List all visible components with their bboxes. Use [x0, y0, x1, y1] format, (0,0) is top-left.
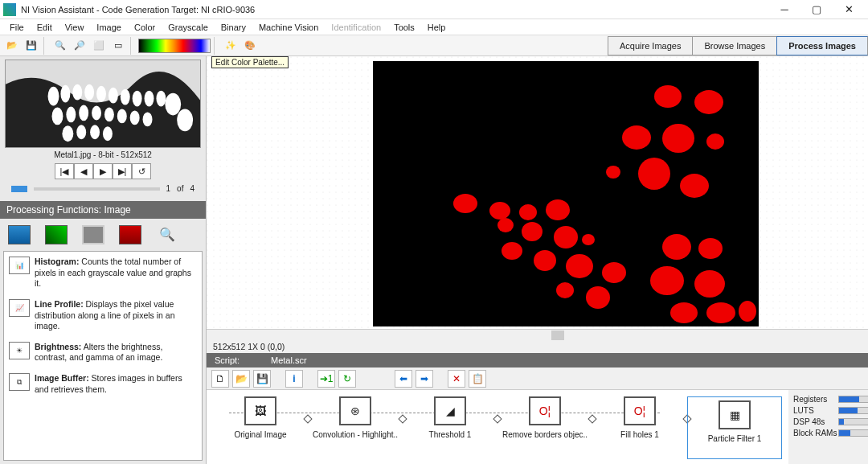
script-step-back-icon[interactable]: ⬅	[395, 370, 412, 388]
line-profile-icon: 📈	[9, 299, 30, 317]
script-edit-icon[interactable]: 📋	[469, 370, 486, 388]
menu-binary[interactable]: Binary	[215, 21, 252, 34]
step-remove-borders[interactable]: O¦ Remove borders objec..	[497, 396, 592, 439]
page-slider-thumb[interactable]	[11, 186, 27, 192]
svg-point-3	[72, 84, 82, 101]
svg-point-23	[165, 93, 181, 116]
category-image-icon[interactable]	[8, 225, 31, 244]
step-icon: ⊛	[339, 396, 371, 425]
script-run-loop-icon[interactable]: ↻	[338, 370, 356, 388]
title-bar: NI Vision Assistant - Code Generation Ta…	[0, 0, 868, 19]
color-palette-bar[interactable]	[138, 39, 211, 53]
window-title: NI Vision Assistant - Code Generation Ta…	[21, 5, 768, 14]
meter-label: DSP 48s	[793, 417, 838, 426]
svg-point-10	[156, 91, 166, 107]
category-grayscale-icon[interactable]	[82, 225, 104, 244]
svg-point-14	[92, 106, 101, 121]
list-item[interactable]: 📈 Line Profile: Displays the pixel value…	[4, 294, 202, 337]
step-icon: O¦	[624, 396, 656, 425]
svg-point-17	[130, 110, 140, 125]
menu-file[interactable]: File	[3, 21, 31, 34]
step-icon: O¦	[529, 396, 561, 425]
toolbar: 📂 💾 🔍 🔎 ⬜ ▭ ✨ 🎨 Acquire Images Browse Im…	[0, 35, 868, 56]
zoom-in-icon[interactable]: 🔍	[51, 37, 69, 55]
menu-image[interactable]: Image	[90, 21, 128, 34]
nav-prev-button[interactable]: ◀	[74, 163, 93, 179]
meter-bar	[838, 418, 868, 425]
tool-wand-icon[interactable]: ✨	[222, 37, 240, 55]
script-toolbar: 🗋 📂 💾 i ➔1 ↻ ⬅ ➡ ✕ 📋	[207, 368, 868, 390]
svg-point-1	[48, 87, 59, 106]
tab-acquire-images[interactable]: Acquire Images	[608, 36, 692, 55]
menu-color[interactable]: Color	[128, 21, 162, 34]
list-item[interactable]: ☀ Brightness: Alters the brightness, con…	[4, 337, 202, 368]
menu-machine-vision[interactable]: Machine Vision	[252, 21, 325, 34]
svg-point-11	[52, 108, 63, 125]
script-pipeline: 🖼 Original Image ⊛ Convolution - Highlig…	[207, 390, 788, 464]
menu-tools[interactable]: Tools	[387, 21, 421, 34]
script-step-fwd-icon[interactable]: ➡	[416, 370, 433, 388]
svg-point-15	[104, 108, 114, 122]
menu-grayscale[interactable]: Grayscale	[162, 21, 215, 34]
svg-point-20	[76, 125, 86, 139]
nav-first-button[interactable]: |◀	[55, 163, 74, 179]
svg-point-16	[117, 109, 127, 123]
meter-bar	[838, 407, 868, 414]
svg-point-7	[121, 89, 130, 105]
save-icon[interactable]: 💾	[23, 37, 40, 55]
script-open-icon[interactable]: 📂	[232, 370, 250, 388]
nav-next-button[interactable]: ▶	[93, 163, 113, 179]
zoom-actual-icon[interactable]: ▭	[109, 37, 127, 55]
menu-identification: Identification	[325, 21, 387, 34]
category-binary-icon[interactable]	[119, 225, 141, 244]
script-run-once-icon[interactable]: ➔1	[317, 370, 335, 388]
zoom-fit-icon[interactable]: ⬜	[90, 37, 108, 55]
mode-tabs: Acquire Images Browse Images Process Ima…	[608, 36, 868, 55]
close-button[interactable]: ✕	[833, 1, 865, 18]
image-thumbnail[interactable]	[5, 60, 201, 148]
script-new-icon[interactable]: 🗋	[211, 370, 229, 388]
menu-help[interactable]: Help	[421, 21, 452, 34]
step-convolution[interactable]: ⊛ Convolution - Highlight..	[308, 396, 403, 439]
svg-point-18	[143, 112, 153, 126]
histogram-icon: 📊	[9, 257, 30, 274]
app-icon	[3, 3, 16, 16]
svg-point-5	[96, 86, 106, 102]
meter-label: Registers	[793, 395, 838, 404]
tab-browse-images[interactable]: Browse Images	[692, 36, 776, 55]
brightness-icon: ☀	[9, 342, 30, 359]
meter-label: Block RAMs	[793, 429, 838, 437]
menu-view[interactable]: View	[59, 21, 91, 34]
page-slider-track[interactable]	[34, 187, 160, 191]
list-item[interactable]: 📊 Histogram: Counts the total number of …	[4, 252, 202, 294]
left-panel: Metal1.jpg - 8-bit - 512x512 |◀ ◀ ▶ ▶| ↺…	[0, 56, 207, 464]
tool-palette-icon[interactable]: 🎨	[241, 37, 259, 55]
category-mv-icon[interactable]: 🔍	[156, 225, 178, 244]
step-threshold[interactable]: ◢ Threshold 1	[403, 396, 497, 439]
minimize-button[interactable]: ─	[768, 1, 800, 18]
list-item[interactable]: ⧉ Image Buffer: Stores images in buffers…	[4, 368, 202, 400]
maximize-button[interactable]: ▢	[800, 1, 833, 18]
category-color-icon[interactable]	[45, 225, 68, 244]
script-save-icon[interactable]: 💾	[253, 370, 271, 388]
horizontal-scrollbar[interactable]	[207, 329, 868, 340]
tab-process-images[interactable]: Process Images	[776, 36, 868, 55]
page-current: 1	[166, 184, 171, 193]
processed-image	[373, 61, 759, 326]
svg-point-21	[90, 125, 100, 139]
nav-refresh-button[interactable]: ↺	[132, 163, 151, 179]
step-particle-filter[interactable]: ▦ Particle Filter 1	[687, 396, 782, 459]
svg-point-8	[133, 91, 142, 107]
tooltip-edit-palette: Edit Color Palette...	[211, 56, 289, 68]
step-fill-holes[interactable]: O¦ Fill holes 1	[592, 396, 687, 439]
open-file-icon[interactable]: 📂	[3, 37, 21, 55]
script-info-icon[interactable]: i	[285, 370, 303, 388]
step-original-image[interactable]: 🖼 Original Image	[213, 396, 308, 439]
zoom-out-icon[interactable]: 🔎	[71, 37, 88, 55]
menu-edit[interactable]: Edit	[31, 21, 59, 34]
svg-point-13	[79, 105, 88, 121]
nav-last-button[interactable]: ▶|	[113, 163, 132, 179]
script-delete-icon[interactable]: ✕	[448, 370, 465, 388]
section-header: Processing Functions: Image	[0, 201, 206, 219]
image-viewer[interactable]	[207, 56, 868, 329]
